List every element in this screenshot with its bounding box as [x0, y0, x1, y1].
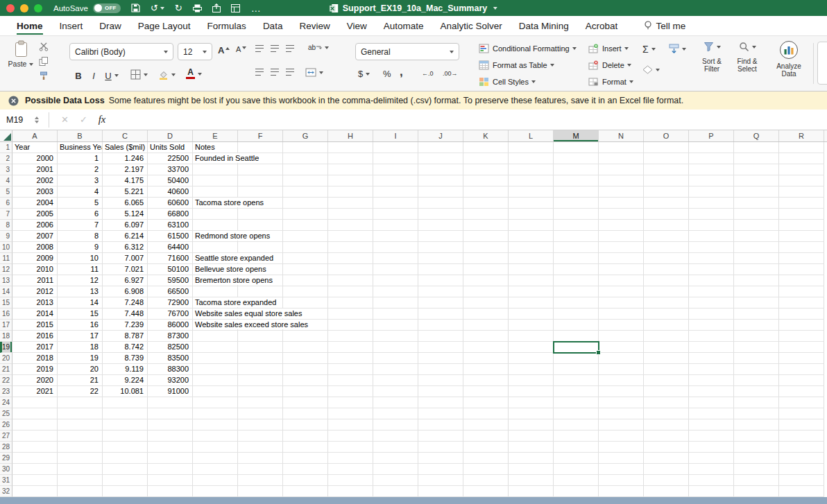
cell-R8[interactable]	[779, 220, 824, 231]
cell-R18[interactable]	[779, 331, 824, 342]
cell-P19[interactable]	[689, 342, 734, 353]
cell-G29[interactable]	[283, 453, 328, 464]
row-header-11[interactable]: 11	[0, 253, 12, 264]
cell-H23[interactable]	[328, 386, 373, 397]
cell-L20[interactable]	[509, 353, 554, 364]
cell-G1[interactable]	[283, 142, 328, 153]
cell-N22[interactable]	[599, 375, 644, 386]
cell-A28[interactable]	[12, 442, 58, 453]
cell-G18[interactable]	[283, 331, 328, 342]
fill-button[interactable]	[669, 44, 686, 54]
cell-R23[interactable]	[779, 386, 824, 397]
tab-insert[interactable]: Insert	[60, 16, 83, 35]
cell-N7[interactable]	[599, 209, 644, 220]
cell-R21[interactable]	[779, 364, 824, 375]
cell-J31[interactable]	[418, 475, 463, 486]
cell-M27[interactable]	[554, 431, 599, 442]
cell-P4[interactable]	[689, 175, 734, 186]
column-header-P[interactable]: P	[689, 130, 734, 141]
column-header-D[interactable]: D	[148, 130, 193, 141]
cell-H17[interactable]	[328, 320, 373, 331]
cell-J8[interactable]	[418, 220, 463, 231]
row-header-8[interactable]: 8	[0, 220, 12, 231]
cell-H21[interactable]	[328, 364, 373, 375]
cell-P1[interactable]	[689, 142, 734, 153]
cell-E12[interactable]: Bellevue store opens	[193, 264, 238, 275]
print-button[interactable]	[193, 3, 202, 14]
cell-A30[interactable]	[12, 464, 58, 475]
cell-E8[interactable]	[193, 220, 238, 231]
cell-O5[interactable]	[644, 186, 689, 198]
cell-K18[interactable]	[463, 331, 509, 342]
cell-R24[interactable]	[779, 397, 824, 408]
cell-B11[interactable]: 10	[58, 253, 103, 264]
row-header-25[interactable]: 25	[0, 408, 12, 419]
cell-L13[interactable]	[509, 275, 554, 286]
tab-view[interactable]: View	[347, 16, 367, 35]
cell-M10[interactable]	[554, 242, 599, 253]
cell-R2[interactable]	[779, 153, 824, 164]
cell-G4[interactable]	[283, 175, 328, 186]
paste-button[interactable]: Paste	[7, 40, 35, 68]
cell-B9[interactable]: 8	[58, 231, 103, 242]
cell-L23[interactable]	[509, 386, 554, 397]
cell-R26[interactable]	[779, 419, 824, 431]
cell-C30[interactable]	[103, 464, 148, 475]
cell-O31[interactable]	[644, 475, 689, 486]
cell-C16[interactable]: 7.448	[103, 309, 148, 320]
cell-O4[interactable]	[644, 175, 689, 186]
cell-L31[interactable]	[509, 475, 554, 486]
cell-H25[interactable]	[328, 408, 373, 419]
cell-Q22[interactable]	[734, 375, 779, 386]
cell-K5[interactable]	[463, 186, 509, 198]
cell-L32[interactable]	[509, 486, 554, 497]
selected-cell-outline[interactable]	[553, 341, 599, 354]
cell-D12[interactable]: 50100	[148, 264, 193, 275]
cell-D5[interactable]: 40600	[148, 186, 193, 198]
cell-I2[interactable]	[373, 153, 418, 164]
cell-P26[interactable]	[689, 419, 734, 431]
cell-Q16[interactable]	[734, 309, 779, 320]
cell-N23[interactable]	[599, 386, 644, 397]
column-header-M[interactable]: M	[554, 130, 599, 141]
cell-N2[interactable]	[599, 153, 644, 164]
cell-K13[interactable]	[463, 275, 509, 286]
cell-H13[interactable]	[328, 275, 373, 286]
cell-C2[interactable]: 1.246	[103, 153, 148, 164]
cell-I32[interactable]	[373, 486, 418, 497]
cell-D32[interactable]	[148, 486, 193, 497]
cell-R19[interactable]	[779, 342, 824, 353]
cell-M30[interactable]	[554, 464, 599, 475]
cell-Q11[interactable]	[734, 253, 779, 264]
row-header-7[interactable]: 7	[0, 209, 12, 220]
cell-F32[interactable]	[238, 486, 283, 497]
name-box[interactable]: M19	[0, 115, 32, 125]
cell-J3[interactable]	[418, 164, 463, 175]
cell-B4[interactable]: 3	[58, 175, 103, 186]
cell-H8[interactable]	[328, 220, 373, 231]
cell-J23[interactable]	[418, 386, 463, 397]
cell-A8[interactable]: 2006	[12, 220, 58, 231]
cell-J28[interactable]	[418, 442, 463, 453]
find-select-button[interactable]: Find &Select	[731, 42, 763, 73]
cell-A3[interactable]: 2001	[12, 164, 58, 175]
row-header-17[interactable]: 17	[0, 320, 12, 331]
cell-C29[interactable]	[103, 453, 148, 464]
cell-I25[interactable]	[373, 408, 418, 419]
cell-D4[interactable]: 50400	[148, 175, 193, 186]
cell-L27[interactable]	[509, 431, 554, 442]
cell-B2[interactable]: 1	[58, 153, 103, 164]
cell-L6[interactable]	[509, 198, 554, 209]
cell-F3[interactable]	[238, 164, 283, 175]
cell-D23[interactable]: 91000	[148, 386, 193, 397]
cell-H5[interactable]	[328, 186, 373, 198]
cell-R4[interactable]	[779, 175, 824, 186]
cell-N14[interactable]	[599, 286, 644, 297]
cell-J9[interactable]	[418, 231, 463, 242]
cell-P14[interactable]	[689, 286, 734, 297]
cell-B31[interactable]	[58, 475, 103, 486]
cell-E3[interactable]	[193, 164, 238, 175]
cell-R28[interactable]	[779, 442, 824, 453]
cell-I13[interactable]	[373, 275, 418, 286]
cell-A11[interactable]: 2009	[12, 253, 58, 264]
